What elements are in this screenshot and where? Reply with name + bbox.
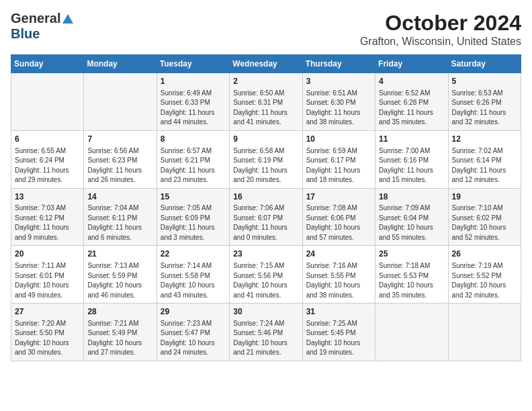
calendar-day-cell: 26Sunrise: 7:19 AM Sunset: 5:52 PM Dayli… [448, 246, 521, 304]
title-block: October 2024 Grafton, Wisconsin, United … [360, 11, 521, 48]
calendar-day-cell: 31Sunrise: 7:25 AM Sunset: 5:45 PM Dayli… [302, 304, 375, 361]
weekday-header-sunday: Sunday [11, 55, 84, 73]
calendar-day-cell: 2Sunrise: 6:50 AM Sunset: 6:31 PM Daylig… [230, 73, 302, 131]
calendar-day-cell: 6Sunrise: 6:55 AM Sunset: 6:24 PM Daylig… [11, 130, 84, 188]
day-number: 6 [15, 134, 80, 145]
calendar-day-cell [11, 73, 84, 131]
day-number: 26 [452, 248, 517, 260]
day-info: Sunrise: 6:57 AM Sunset: 6:21 PM Dayligh… [161, 146, 226, 185]
calendar-day-cell: 7Sunrise: 6:56 AM Sunset: 6:23 PM Daylig… [84, 130, 157, 188]
calendar-day-cell: 9Sunrise: 6:58 AM Sunset: 6:19 PM Daylig… [230, 130, 302, 188]
day-number: 15 [161, 191, 226, 203]
calendar-table: SundayMondayTuesdayWednesdayThursdayFrid… [11, 54, 521, 361]
calendar-header: SundayMondayTuesdayWednesdayThursdayFrid… [11, 55, 521, 73]
day-number: 24 [306, 248, 371, 260]
calendar-day-cell: 13Sunrise: 7:03 AM Sunset: 6:12 PM Dayli… [11, 188, 84, 246]
day-number: 13 [15, 191, 80, 203]
weekday-header-wednesday: Wednesday [230, 55, 302, 73]
day-number: 9 [233, 134, 298, 145]
day-info: Sunrise: 7:05 AM Sunset: 6:09 PM Dayligh… [161, 203, 226, 242]
calendar-day-cell: 5Sunrise: 6:53 AM Sunset: 6:26 PM Daylig… [448, 73, 521, 131]
day-info: Sunrise: 6:58 AM Sunset: 6:19 PM Dayligh… [233, 146, 298, 185]
calendar-day-cell: 8Sunrise: 6:57 AM Sunset: 6:21 PM Daylig… [157, 130, 229, 188]
calendar-day-cell: 15Sunrise: 7:05 AM Sunset: 6:09 PM Dayli… [157, 188, 229, 246]
day-info: Sunrise: 7:00 AM Sunset: 6:16 PM Dayligh… [379, 146, 444, 185]
logo-triangle-icon [62, 13, 74, 25]
day-info: Sunrise: 7:14 AM Sunset: 5:58 PM Dayligh… [161, 261, 226, 300]
calendar-day-cell: 16Sunrise: 7:06 AM Sunset: 6:07 PM Dayli… [230, 188, 302, 246]
logo-blue: Blue [11, 26, 40, 41]
day-number: 2 [233, 76, 298, 87]
day-info: Sunrise: 7:09 AM Sunset: 6:04 PM Dayligh… [379, 203, 444, 242]
weekday-header-thursday: Thursday [302, 55, 375, 73]
day-number: 27 [15, 306, 80, 318]
day-info: Sunrise: 6:52 AM Sunset: 6:28 PM Dayligh… [379, 89, 444, 128]
calendar-week-row: 13Sunrise: 7:03 AM Sunset: 6:12 PM Dayli… [11, 188, 521, 246]
calendar-day-cell [448, 304, 521, 361]
day-number: 30 [233, 306, 298, 318]
weekday-header-friday: Friday [375, 55, 448, 73]
calendar-day-cell: 29Sunrise: 7:23 AM Sunset: 5:47 PM Dayli… [157, 304, 229, 361]
day-number: 8 [161, 134, 226, 145]
day-info: Sunrise: 7:06 AM Sunset: 6:07 PM Dayligh… [233, 203, 298, 242]
calendar-day-cell: 22Sunrise: 7:14 AM Sunset: 5:58 PM Dayli… [157, 246, 229, 304]
calendar-week-row: 1Sunrise: 6:49 AM Sunset: 6:33 PM Daylig… [11, 73, 521, 131]
day-number: 17 [306, 191, 371, 203]
calendar-day-cell: 11Sunrise: 7:00 AM Sunset: 6:16 PM Dayli… [375, 130, 448, 188]
calendar-week-row: 20Sunrise: 7:11 AM Sunset: 6:01 PM Dayli… [11, 246, 521, 304]
calendar-day-cell: 17Sunrise: 7:08 AM Sunset: 6:06 PM Dayli… [302, 188, 375, 246]
day-number: 28 [87, 306, 152, 318]
calendar-day-cell: 4Sunrise: 6:52 AM Sunset: 6:28 PM Daylig… [375, 73, 448, 131]
calendar-day-cell: 18Sunrise: 7:09 AM Sunset: 6:04 PM Dayli… [375, 188, 448, 246]
day-number: 10 [306, 134, 371, 145]
day-number: 5 [452, 76, 517, 87]
day-info: Sunrise: 6:49 AM Sunset: 6:33 PM Dayligh… [161, 89, 226, 128]
day-number: 3 [306, 76, 371, 87]
day-number: 18 [379, 191, 444, 203]
day-info: Sunrise: 6:50 AM Sunset: 6:31 PM Dayligh… [233, 89, 298, 128]
day-number: 31 [306, 306, 371, 318]
day-number: 23 [233, 248, 298, 260]
day-number: 4 [379, 76, 444, 87]
day-info: Sunrise: 7:02 AM Sunset: 6:14 PM Dayligh… [452, 146, 517, 185]
calendar-day-cell: 28Sunrise: 7:21 AM Sunset: 5:49 PM Dayli… [84, 304, 157, 361]
day-number: 12 [452, 134, 517, 145]
day-info: Sunrise: 7:25 AM Sunset: 5:45 PM Dayligh… [306, 319, 371, 358]
day-info: Sunrise: 7:10 AM Sunset: 6:02 PM Dayligh… [452, 203, 517, 242]
calendar-day-cell: 21Sunrise: 7:13 AM Sunset: 5:59 PM Dayli… [84, 246, 157, 304]
weekday-header-saturday: Saturday [448, 55, 521, 73]
day-info: Sunrise: 7:18 AM Sunset: 5:53 PM Dayligh… [379, 261, 444, 300]
calendar-day-cell: 14Sunrise: 7:04 AM Sunset: 6:11 PM Dayli… [84, 188, 157, 246]
weekday-header-tuesday: Tuesday [157, 55, 229, 73]
calendar-day-cell: 3Sunrise: 6:51 AM Sunset: 6:30 PM Daylig… [302, 73, 375, 131]
day-info: Sunrise: 6:55 AM Sunset: 6:24 PM Dayligh… [15, 146, 80, 185]
day-number: 14 [87, 191, 152, 203]
day-info: Sunrise: 7:23 AM Sunset: 5:47 PM Dayligh… [161, 319, 226, 358]
day-info: Sunrise: 7:20 AM Sunset: 5:50 PM Dayligh… [15, 319, 80, 358]
calendar-day-cell [375, 304, 448, 361]
day-info: Sunrise: 7:24 AM Sunset: 5:46 PM Dayligh… [233, 319, 298, 358]
day-info: Sunrise: 7:13 AM Sunset: 5:59 PM Dayligh… [87, 261, 152, 300]
calendar-day-cell: 30Sunrise: 7:24 AM Sunset: 5:46 PM Dayli… [230, 304, 302, 361]
page-header: General Blue October 2024 Grafton, Wisco… [11, 11, 521, 48]
day-number: 21 [87, 248, 152, 260]
day-info: Sunrise: 6:59 AM Sunset: 6:17 PM Dayligh… [306, 146, 371, 185]
day-number: 11 [379, 134, 444, 145]
day-number: 22 [161, 248, 226, 260]
page-subtitle: Grafton, Wisconsin, United States [360, 36, 521, 48]
logo-general: General [11, 11, 60, 26]
day-info: Sunrise: 7:15 AM Sunset: 5:56 PM Dayligh… [233, 261, 298, 300]
day-number: 1 [161, 76, 226, 87]
day-info: Sunrise: 7:08 AM Sunset: 6:06 PM Dayligh… [306, 203, 371, 242]
day-info: Sunrise: 6:53 AM Sunset: 6:26 PM Dayligh… [452, 89, 517, 128]
calendar-week-row: 27Sunrise: 7:20 AM Sunset: 5:50 PM Dayli… [11, 304, 521, 361]
calendar-day-cell: 25Sunrise: 7:18 AM Sunset: 5:53 PM Dayli… [375, 246, 448, 304]
calendar-day-cell: 12Sunrise: 7:02 AM Sunset: 6:14 PM Dayli… [448, 130, 521, 188]
calendar-week-row: 6Sunrise: 6:55 AM Sunset: 6:24 PM Daylig… [11, 130, 521, 188]
day-info: Sunrise: 6:56 AM Sunset: 6:23 PM Dayligh… [87, 146, 152, 185]
calendar-day-cell: 24Sunrise: 7:16 AM Sunset: 5:55 PM Dayli… [302, 246, 375, 304]
calendar-day-cell [84, 73, 157, 131]
calendar-day-cell: 1Sunrise: 6:49 AM Sunset: 6:33 PM Daylig… [157, 73, 229, 131]
day-info: Sunrise: 7:04 AM Sunset: 6:11 PM Dayligh… [87, 203, 152, 242]
day-number: 19 [452, 191, 517, 203]
